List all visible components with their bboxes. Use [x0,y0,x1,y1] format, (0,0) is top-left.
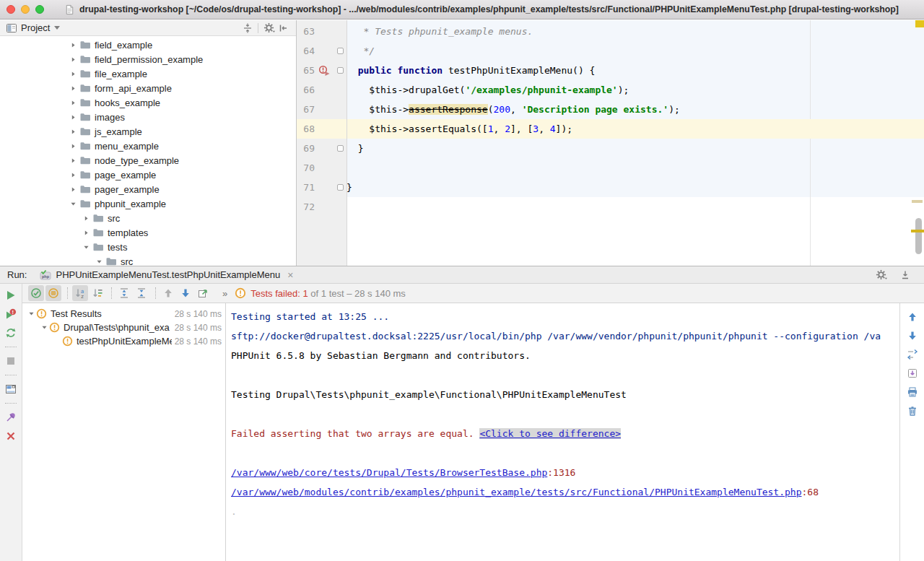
chevron-down-icon[interactable] [69,199,77,208]
code-text[interactable]: public function testPhpUnitExampleMenu()… [346,65,924,76]
test-tree-row[interactable]: testPhpUnitExampleMe28 s 140 ms [22,334,225,348]
select-opened-file-icon[interactable] [240,22,255,35]
file-status-indicator[interactable] [915,20,924,27]
sort-by-duration-icon[interactable] [90,285,105,301]
code-text[interactable]: $this->assertResponse(200, 'Description … [346,104,924,115]
print-icon[interactable] [906,386,919,399]
editor-line[interactable]: 69 } [297,139,924,158]
clear-all-icon[interactable] [906,404,919,417]
close-icon[interactable] [4,430,18,443]
project-tree-item[interactable]: src [0,254,296,266]
chevron-right-icon[interactable] [69,113,77,121]
editor-line[interactable]: 63 * Tests phpunit_example menus. [297,22,924,41]
failed-test-run-icon[interactable] [315,65,334,77]
chevron-right-icon[interactable] [69,127,77,136]
editor-line[interactable]: 64 */ [297,41,924,61]
diff-link[interactable]: <Click to see difference> [479,428,621,439]
editor-line[interactable]: 70 [297,158,924,178]
expand-all-icon[interactable] [116,285,132,301]
file-link[interactable]: /var/www/web/modules/contrib/examples/ph… [231,487,802,497]
project-tree-item[interactable]: pager_example [0,182,296,196]
chevron-right-icon[interactable] [69,55,77,64]
project-tree-item[interactable]: phpunit_example [0,196,296,211]
import-test-results-icon[interactable] [906,367,919,380]
run-tab-title[interactable]: PHPUnitExampleMenuTest.testPhpUnitExampl… [56,269,280,280]
code-text[interactable]: * Tests phpunit_example menus. [346,26,924,37]
minimize-panel-icon[interactable] [898,269,912,282]
chevron-right-icon[interactable] [69,170,77,179]
chevron-right-icon[interactable] [69,185,77,193]
chevron-right-icon[interactable] [69,156,77,165]
chevron-right-icon[interactable] [69,84,77,92]
chevron-right-icon[interactable] [69,40,77,49]
project-tree-item[interactable]: field_permission_example [0,52,296,66]
run-tab[interactable]: php PHPUnitExampleMenuTest.testPhpUnitEx… [37,266,296,283]
zoom-window-icon[interactable] [35,5,44,14]
code-editor[interactable]: 63 * Tests phpunit_example menus.64 */65… [297,20,924,266]
sort-alphabetically-icon[interactable]: az [72,285,88,301]
next-failed-test-icon[interactable] [178,285,193,301]
close-window-icon[interactable] [6,5,15,14]
code-text[interactable]: $this->drupalGet('/examples/phpunit-exam… [346,84,924,95]
editor-line[interactable]: 67 $this->assertResponse(200, 'Descripti… [297,100,924,119]
project-tree-item[interactable]: js_example [0,124,296,139]
chevron-down-icon[interactable] [54,26,60,30]
more-actions-chevrons[interactable]: » [222,288,227,299]
code-text[interactable]: } [346,182,924,193]
fold-marker[interactable] [334,145,346,152]
editor-line[interactable]: 68 $this->assertEquals([1, 2], [3, 4]); [297,119,924,139]
compare-results-icon[interactable] [906,348,919,361]
rerun-icon[interactable] [4,289,18,302]
project-tree-item[interactable]: src [0,211,296,225]
project-tree-item[interactable]: menu_example [0,139,296,153]
editor-scrollbar[interactable] [915,218,922,254]
editor-line[interactable]: 72 [297,197,924,217]
pin-tab-icon[interactable] [4,411,18,424]
test-tree-row[interactable]: Test Results28 s 140 ms [22,307,225,321]
chevron-down-icon[interactable] [27,310,35,318]
project-tree-item[interactable]: form_api_example [0,81,296,95]
hide-panel-icon[interactable] [276,22,290,35]
console-output[interactable]: Testing started at 13:25 ...sftp://docke… [226,303,899,561]
collapse-all-icon[interactable] [134,285,149,301]
file-link[interactable]: /var/www/web/core/tests/Drupal/Tests/Bro… [231,467,547,478]
chevron-right-icon[interactable] [69,98,77,107]
chevron-right-icon[interactable] [69,69,77,78]
chevron-down-icon[interactable] [95,257,103,266]
test-tree-row[interactable]: Drupal\Tests\phpunit_exa28 s 140 ms [22,321,225,334]
project-panel-title[interactable]: Project [21,22,50,33]
code-text[interactable]: $this->assertEquals([1, 2], [3, 4]); [346,123,924,134]
show-ignored-icon[interactable] [45,285,61,301]
chevron-down-icon[interactable] [40,323,48,331]
toggle-auto-test-icon[interactable] [4,326,18,339]
chevron-right-icon[interactable] [82,214,90,222]
minimize-window-icon[interactable] [21,5,30,14]
fold-marker[interactable] [334,67,346,74]
run-settings-gear-icon[interactable] [873,269,888,282]
restore-layout-icon[interactable] [4,383,18,396]
chevron-right-icon[interactable] [82,228,90,237]
editor-line[interactable]: 71} [297,178,924,197]
fold-marker[interactable] [334,184,346,191]
project-tree-item[interactable]: node_type_example [0,153,296,168]
project-tree-item[interactable]: templates [0,225,296,240]
project-tree-item[interactable]: hooks_example [0,95,296,110]
show-passed-icon[interactable] [28,285,44,301]
editor-line[interactable]: 66 $this->drupalGet('/examples/phpunit-e… [297,80,924,100]
project-tree-item[interactable]: tests [0,240,296,254]
down-stacktrace-icon[interactable] [906,329,919,342]
project-tree-item[interactable]: file_example [0,66,296,81]
up-stacktrace-icon[interactable] [906,310,919,323]
chevron-right-icon[interactable] [69,142,77,150]
chevron-down-icon[interactable] [82,243,90,251]
project-tree-item[interactable]: page_example [0,168,296,182]
rerun-failed-tests-icon[interactable]: ! [4,308,18,321]
project-tree-item[interactable]: field_example [0,38,296,52]
fold-marker[interactable] [334,48,346,54]
code-text[interactable]: */ [346,45,924,56]
close-tab-icon[interactable]: × [287,269,293,281]
export-test-results-icon[interactable] [195,285,211,301]
editor-line[interactable]: 65 public function testPhpUnitExampleMen… [297,61,924,80]
gear-icon[interactable] [261,22,276,35]
code-text[interactable]: } [346,143,924,154]
